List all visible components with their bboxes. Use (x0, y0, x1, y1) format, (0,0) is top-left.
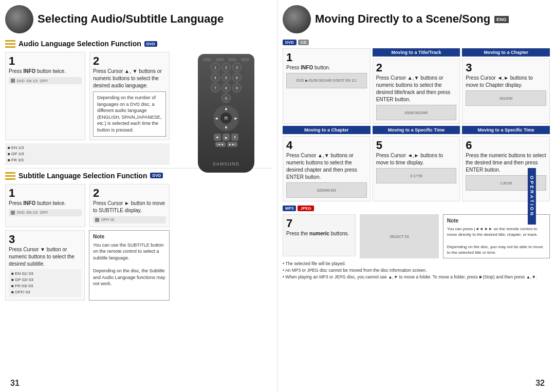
btn-5[interactable]: 5 (221, 73, 231, 82)
step5-col: Moving to a Specific Time 5 Press Cursor… (373, 126, 460, 201)
step3-box: 3 Press Cursor ◄,► buttons to move to Ch… (462, 59, 550, 124)
step6-num: 6 (466, 140, 546, 151)
btn-7[interactable]: 7 (211, 83, 220, 92)
operation-tab: OPERATION (528, 168, 536, 225)
mp3-jpeg-section: MP3 JPEG 7 Press the numeric buttons. SE… (283, 206, 550, 281)
stop-btn[interactable]: ■ (214, 134, 221, 141)
subtitle-step1-status: DVD EN 1/3 OFF/ (9, 209, 82, 216)
remote-top-btn-1[interactable] (203, 58, 211, 61)
subtitle-step1-text: Press INFO button twice. (9, 200, 82, 207)
samsung-logo: SAMSUNG (201, 161, 251, 166)
select-screen-text: SELECT 03 (390, 235, 409, 238)
bullet-note-2: An MP3 or JPEG disc cannot be moved from… (283, 267, 550, 274)
next-btn[interactable]: ►►| (227, 142, 237, 147)
audio-section-header: Audio Language Selection Function DVD (5, 40, 170, 48)
remote-top-btn-3[interactable] (228, 58, 236, 61)
step1-text: Press INFO button. (286, 64, 367, 71)
subtitle-step2-status: OFF/ 02 (93, 216, 166, 223)
step2-box: 2 Press Cursor ▲,▼ buttons or numeric bu… (373, 59, 460, 124)
bullet-note-3: When playing an MP3 or JEPG disc, you ca… (283, 274, 550, 281)
extra-btns-row1: ■ ▶ ⏸ (201, 134, 251, 141)
btn-3[interactable]: 3 (232, 63, 242, 72)
step1-num: 1 (286, 52, 367, 63)
specific1-header: Moving to a Specific Time (373, 126, 460, 134)
step3-screen: 001/040 (466, 90, 546, 106)
disc-icon (283, 5, 311, 33)
audio-step1-status: DVD EN 1/3 OFF/ (9, 77, 82, 84)
numpad-row2: 4 5 6 (201, 73, 251, 82)
audio-heading: Audio Language Selection Function (18, 40, 141, 48)
left-page-title: Selecting Audio/Subtitle Language (5, 5, 272, 33)
remote-top-btn-2[interactable] (216, 58, 224, 61)
audio-step2-num: 2 (93, 55, 166, 67)
btn-2[interactable]: 2 (221, 63, 231, 72)
right-page-title: Moving Directly to a Scene/Song ENG (283, 5, 550, 33)
jpeg-badge: JPEG (298, 206, 313, 211)
subtitle-note: Note You can use the SUBTITLE button on … (89, 230, 170, 301)
btn-6[interactable]: 6 (232, 73, 242, 82)
bullet-note-1: The selected file will be played. (283, 260, 550, 267)
remote-top-btn-4[interactable] (241, 58, 249, 61)
enter-btn[interactable]: R (220, 113, 232, 124)
remote-spacer (201, 148, 251, 158)
eng-badge: ENG (494, 16, 509, 23)
subtitle-step1-num: 1 (9, 188, 82, 199)
audio-steps-row: 1 Press INFO button twice. DVD EN 1/3 OF… (5, 52, 170, 140)
nav-down[interactable]: ▼ (224, 125, 228, 130)
subtitle-step3-num: 3 (9, 234, 81, 245)
subtitle-step2-text: Press Cursor ► button to move to SUBTITL… (93, 200, 166, 214)
subtitle-step3-row: 3 Press Cursor ▼ button or numeric butto… (5, 230, 170, 301)
subtitle-step2: 2 Press Cursor ► button to move to SUBTI… (89, 184, 170, 227)
nav-circle-container: R ▲ ▼ ◄ ► (213, 105, 239, 131)
audio-note: Depending on the number of languages on … (93, 91, 166, 137)
btn-8[interactable]: 8 (221, 83, 231, 92)
top-badge-row: DVD CD (283, 40, 550, 45)
play-btn[interactable]: ▶ (223, 134, 230, 141)
status-dot-2 (11, 211, 15, 215)
cd-badge: CD (298, 40, 309, 45)
step5-text: Press Cursor ◄,► buttons to move to time… (376, 152, 457, 166)
step5-num: 5 (376, 140, 457, 151)
audio-lang-lines: ■ EN 1/3 ■ GP 2/3 ■ FR 3/3 (5, 143, 170, 165)
bullet-notes: The selected file will be played. An MP3… (283, 260, 550, 280)
subtitle-section-header: Subtitle Language Selection Function DVD (5, 172, 170, 180)
btn-1[interactable]: 1 (211, 63, 220, 72)
step2-text: Press Cursor ▲,▼ buttons or numeric butt… (376, 74, 457, 103)
step6-box: 6 Press the numeric buttons to select th… (462, 136, 550, 201)
nav-left[interactable]: ◄ (214, 116, 218, 121)
step3-num: 3 (466, 62, 546, 73)
stripe-icon-2 (5, 172, 15, 180)
step4-screen: 025/040 EN (286, 182, 367, 198)
nav-area: R ▲ ▼ ◄ ► (201, 105, 251, 131)
audio-note-text: Depending on the number of languages on … (97, 95, 161, 133)
note-title: Note (93, 233, 165, 240)
remote-control: 1 2 3 4 5 6 7 8 9 0 R ▲ ▼ ◄ (198, 54, 260, 173)
right-title-text: Moving Directly to a Scene/Song (315, 13, 490, 25)
step1-box: 1 Press INFO button. DVD ▶ 01/09 001/040… (283, 48, 371, 124)
step4-text: Press Cursor ▲,▼ buttons or numeric butt… (286, 152, 367, 181)
press-numeric-box: 7 Press the numeric buttons. (283, 214, 356, 256)
btn-4[interactable]: 4 (211, 73, 220, 82)
select-screen: SELECT 03 (360, 214, 439, 258)
extra-btns-row2: |◄◄ ►►| (201, 142, 251, 147)
mp3-badge: MP3 (283, 206, 296, 211)
step2-num: 2 (376, 62, 457, 73)
nav-right[interactable]: ► (234, 116, 238, 121)
nav-up[interactable]: ▲ (224, 106, 228, 111)
pause-btn[interactable]: ⏸ (231, 134, 238, 141)
btn-9[interactable]: 9 (232, 83, 242, 92)
step1-col: 1 Press INFO button. DVD ▶ 01/09 001/040… (283, 48, 371, 124)
remote-body: 1 2 3 4 5 6 7 8 9 0 R ▲ ▼ ◄ (198, 54, 254, 173)
btn-0[interactable]: 0 (221, 94, 231, 103)
subtitle-step2-num: 2 (93, 188, 166, 199)
specific2-header: Moving to a Specific Time (462, 126, 550, 134)
audio-step1-text: Press INFO button twice. (9, 68, 82, 75)
chapter2-header: Moving to a Chapter (283, 126, 371, 134)
prev-btn[interactable]: |◄◄ (215, 142, 226, 147)
stripe-icon (5, 40, 15, 48)
subtitle-steps-row: 1 Press INFO button twice. DVD EN 1/3 OF… (5, 184, 170, 227)
dvd-badge: DVD (283, 40, 297, 45)
press-numeric-num: 7 (286, 218, 352, 229)
step1-screen: DVD ▶ 01/09 001/040 0:09:57 EN 1/1 (286, 73, 367, 88)
audio-step1-num: 1 (9, 55, 82, 67)
